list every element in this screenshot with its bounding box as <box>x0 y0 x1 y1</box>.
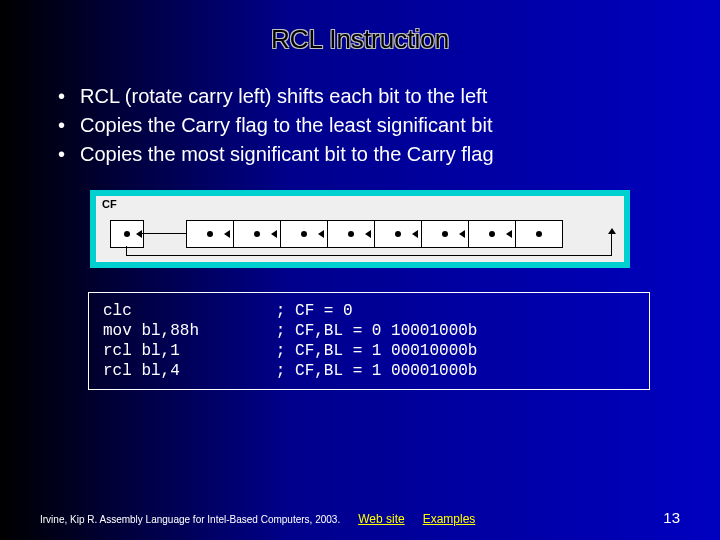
cf-label: CF <box>102 198 117 210</box>
bit-row <box>186 220 563 248</box>
bullet-item: Copies the Carry flag to the least signi… <box>58 112 680 139</box>
arrow-left-icon <box>459 230 465 238</box>
link-website[interactable]: Web site <box>358 512 404 526</box>
arrow-left-icon <box>506 230 512 238</box>
arrow-left-icon <box>224 230 230 238</box>
bit-box <box>515 220 563 248</box>
rcl-diagram: CF <box>90 190 630 268</box>
arrow-left-icon <box>412 230 418 238</box>
slide: RCL Instruction RCL (rotate carry left) … <box>0 0 720 540</box>
arrow-left-icon <box>318 230 324 238</box>
code-line: mov bl,88h ; CF,BL = 0 10001000b <box>103 322 477 340</box>
arrow-left-icon <box>271 230 277 238</box>
arrow-left-icon <box>142 233 186 234</box>
loop-line <box>126 245 612 256</box>
code-box: clc ; CF = 0 mov bl,88h ; CF,BL = 0 1000… <box>88 292 650 390</box>
bullet-list: RCL (rotate carry left) shifts each bit … <box>40 83 680 168</box>
bullet-item: Copies the most significant bit to the C… <box>58 141 680 168</box>
code-line: clc ; CF = 0 <box>103 302 353 320</box>
arrow-left-icon <box>365 230 371 238</box>
code-line: rcl bl,4 ; CF,BL = 1 00001000b <box>103 362 477 380</box>
page-number: 13 <box>663 509 680 526</box>
bullet-item: RCL (rotate carry left) shifts each bit … <box>58 83 680 110</box>
loop-arrow-up-icon <box>611 234 612 256</box>
code-line: rcl bl,1 ; CF,BL = 1 00010000b <box>103 342 477 360</box>
slide-title: RCL Instruction <box>40 24 680 55</box>
footer: Irvine, Kip R. Assembly Language for Int… <box>40 509 680 526</box>
link-examples[interactable]: Examples <box>423 512 476 526</box>
diagram-inner: CF <box>96 196 624 262</box>
attribution: Irvine, Kip R. Assembly Language for Int… <box>40 514 340 525</box>
